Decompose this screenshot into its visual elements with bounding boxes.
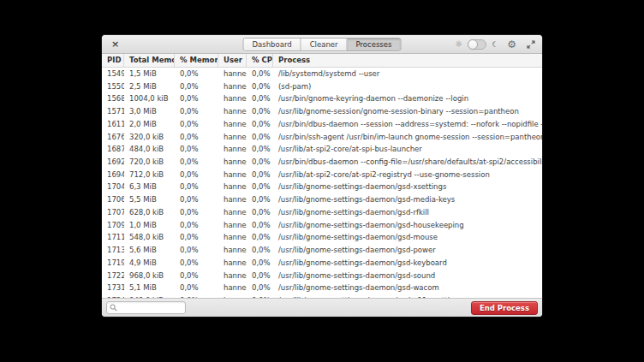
cell-total-memory: 5,6 MiB [124,244,175,257]
table-row[interactable]: 17091,0 MiB0,0%hannes0,0%/usr/lib/gnome-… [102,219,542,232]
search-field[interactable] [106,301,186,314]
cell-memory-percent: 0,0% [175,118,218,131]
cell-process: (sd-pam) [273,80,542,93]
cell-pid: 1706 [102,193,124,206]
cell-memory-percent: 0,0% [175,193,218,206]
cell-total-memory: 6,3 MiB [124,181,175,193]
cell-user: hannes [218,270,247,282]
table-row[interactable]: 17194,9 MiB0,0%hannes0,0%/usr/lib/gnome-… [102,257,542,270]
app-window: × Dashboard Cleaner Processes ☼ ☾ ⚙ [102,35,542,317]
cell-total-memory: 484,0 kiB [124,143,175,156]
cell-pid: 1568 [102,92,124,105]
cell-process: /usr/bin/dbus-daemon --config-file=/usr/… [273,156,542,169]
table-row[interactable]: 1711548,0 kiB0,0%hannes0,0%/usr/lib/gnom… [102,231,542,244]
cell-user: hannes [218,257,247,270]
cell-process: /usr/lib/gnome-settings-daemon/gsd-house… [273,219,542,232]
cell-process: /usr/lib/gnome-settings-daemon/gsd-media… [273,193,542,206]
cell-user: hannes [218,231,247,244]
close-icon[interactable]: × [109,39,122,49]
statusbar: End Process [102,298,542,317]
column-header-cpu-percent[interactable]: % CPU [247,54,273,67]
column-header-process[interactable]: Process [273,54,542,67]
column-header-memory-percent[interactable]: % Memory [175,54,218,67]
cell-user: hannes [218,105,247,118]
cell-cpu-percent: 0,0% [247,169,273,181]
cell-cpu-percent: 0,0% [247,92,273,105]
table-row[interactable]: 1707628,0 kiB0,0%hannes0,0%/usr/lib/gnom… [102,206,542,219]
tab-dashboard[interactable]: Dashboard [244,39,301,50]
table-row[interactable]: 1694712,0 kiB0,0%hannes0,0%/usr/lib/at-s… [102,169,542,181]
cell-pid: 1692 [102,156,124,169]
column-header-user[interactable]: User [218,54,247,67]
cell-total-memory: 968,0 kiB [124,270,175,282]
table-row[interactable]: 16112,0 MiB0,0%hannes0,0%/usr/bin/dbus-d… [102,118,542,131]
table-row[interactable]: 1676320,0 kiB0,0%hannes0,0%/usr/bin/ssh-… [102,131,542,144]
table-row[interactable]: 15491,5 MiB0,0%hannes0,0%/lib/systemd/sy… [102,68,542,80]
cell-cpu-percent: 0,0% [247,282,273,294]
cell-total-memory: 720,0 kiB [124,156,175,169]
cell-pid: 1731 [102,282,124,294]
cell-cpu-percent: 0,0% [247,131,273,144]
cell-total-memory: 628,0 kiB [124,206,175,219]
cell-memory-percent: 0,0% [175,206,218,219]
cell-total-memory: 3,0 MiB [124,105,175,118]
column-header-pid[interactable]: PID [102,54,124,67]
cell-user: hannes [218,80,247,93]
cell-pid: 1549 [102,68,124,80]
search-input[interactable] [120,304,182,312]
cell-user: hannes [218,68,247,80]
headerbar-controls: ☼ ☾ ⚙ [455,39,535,50]
settings-gear-icon[interactable]: ⚙ [507,39,516,50]
cell-cpu-percent: 0,0% [247,193,273,206]
end-process-button[interactable]: End Process [471,301,538,315]
process-table: 15491,5 MiB0,0%hannes0,0%/lib/systemd/sy… [102,68,542,298]
cell-process: /usr/bin/ssh-agent /usr/bin/im-launch gn… [273,131,542,144]
cell-user: hannes [218,118,247,131]
cell-total-memory: 1,0 MiB [124,219,175,232]
cell-pid: 1709 [102,219,124,232]
headerbar[interactable]: × Dashboard Cleaner Processes ☼ ☾ ⚙ [102,35,542,54]
table-row[interactable]: 17135,6 MiB0,0%hannes0,0%/usr/lib/gnome-… [102,244,542,257]
dark-mode-toggle[interactable] [468,39,486,50]
cell-cpu-percent: 0,0% [247,257,273,270]
cell-process: /usr/lib/gnome-settings-daemon/gsd-rfkil… [273,206,542,219]
cell-memory-percent: 0,0% [175,244,218,257]
cell-user: hannes [218,169,247,181]
cell-user: hannes [218,143,247,156]
cell-total-memory: 5,5 MiB [124,193,175,206]
cell-memory-percent: 0,0% [175,231,218,244]
cell-user: hannes [218,206,247,219]
toggle-knob[interactable] [468,39,478,50]
cell-process: /usr/lib/gnome-settings-daemon/gsd-wacom [273,282,542,294]
table-row[interactable]: 15713,0 MiB0,0%hannes0,0%/usr/lib/gnome-… [102,105,542,118]
cell-memory-percent: 0,0% [175,169,218,181]
cell-pid: 1571 [102,105,124,118]
table-row[interactable]: 1687484,0 kiB0,0%hannes0,0%/usr/lib/at-s… [102,143,542,156]
cell-pid: 1713 [102,244,124,257]
cell-process: /usr/lib/gnome-settings-daemon/gsd-power [273,244,542,257]
table-row[interactable]: 1692720,0 kiB0,0%hannes0,0%/usr/bin/dbus… [102,156,542,169]
column-header-total-memory[interactable]: Total Memory [124,54,175,67]
table-row[interactable]: 17315,1 MiB0,0%hannes0,0%/usr/lib/gnome-… [102,282,542,294]
table-row[interactable]: 1722968,0 kiB0,0%hannes0,0%/usr/lib/gnom… [102,270,542,282]
cell-process: /usr/lib/gnome-settings-daemon/gsd-xsett… [273,181,542,193]
table-row[interactable]: 15502,5 MiB0,0%hannes0,0%(sd-pam) [102,80,542,93]
cell-cpu-percent: 0,0% [247,68,273,80]
table-row[interactable]: 17046,3 MiB0,0%hannes0,0%/usr/lib/gnome-… [102,181,542,193]
cell-user: hannes [218,193,247,206]
cell-pid: 1694 [102,169,124,181]
cell-process: /usr/lib/gnome-session/gnome-session-bin… [273,105,542,118]
table-row[interactable]: 15681004,0 kiB0,0%hannes0,0%/usr/bin/gno… [102,92,542,105]
cell-cpu-percent: 0,0% [247,80,273,93]
fullscreen-icon[interactable] [527,40,535,49]
tab-processes[interactable]: Processes [348,39,401,50]
dark-mode-moon-icon: ☾ [492,40,498,49]
cell-pid: 1611 [102,118,124,131]
light-mode-sun-icon: ☼ [455,40,462,49]
table-row[interactable]: 17065,5 MiB0,0%hannes0,0%/usr/lib/gnome-… [102,193,542,206]
cell-memory-percent: 0,0% [175,143,218,156]
cell-user: hannes [218,156,247,169]
cell-process: /usr/lib/at-spi2-core/at-spi-bus-launche… [273,143,542,156]
tab-cleaner[interactable]: Cleaner [301,39,348,50]
cell-cpu-percent: 0,0% [247,206,273,219]
